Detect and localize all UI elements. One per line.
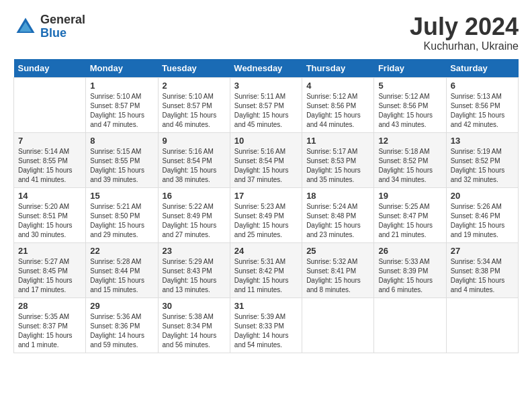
calendar-cell-w4-d3: 23Sunrise: 5:29 AMSunset: 8:43 PMDayligh… <box>158 242 230 298</box>
day-number: 24 <box>234 246 298 256</box>
day-info: Sunrise: 5:19 AMSunset: 8:52 PMDaylight:… <box>451 147 514 185</box>
day-info: Sunrise: 5:32 AMSunset: 8:41 PMDaylight:… <box>306 257 369 295</box>
day-info: Sunrise: 5:10 AMSunset: 8:57 PMDaylight:… <box>90 92 153 130</box>
day-number: 21 <box>18 246 81 256</box>
logo-blue: Blue <box>40 27 85 40</box>
header-thursday: Thursday <box>302 59 374 78</box>
day-info: Sunrise: 5:39 AMSunset: 8:33 PMDaylight:… <box>234 312 298 350</box>
day-info: Sunrise: 5:17 AMSunset: 8:53 PMDaylight:… <box>306 147 369 185</box>
day-number: 23 <box>163 246 226 256</box>
week-row-3: 14Sunrise: 5:20 AMSunset: 8:51 PMDayligh… <box>14 187 519 242</box>
day-info: Sunrise: 5:34 AMSunset: 8:38 PMDaylight:… <box>451 257 514 295</box>
calendar-cell-w2-d3: 9Sunrise: 5:16 AMSunset: 8:54 PMDaylight… <box>158 132 230 187</box>
day-info: Sunrise: 5:14 AMSunset: 8:55 PMDaylight:… <box>18 147 81 185</box>
day-number: 11 <box>306 136 369 146</box>
calendar-cell-w1-d5: 4Sunrise: 5:12 AMSunset: 8:56 PMDaylight… <box>302 77 374 132</box>
day-number: 10 <box>234 136 298 146</box>
header-friday: Friday <box>374 59 446 78</box>
day-number: 20 <box>451 191 514 201</box>
month-title: July 2024 <box>410 13 519 40</box>
calendar-cell-w2-d2: 8Sunrise: 5:15 AMSunset: 8:55 PMDaylight… <box>86 132 158 187</box>
day-info: Sunrise: 5:35 AMSunset: 8:37 PMDaylight:… <box>18 312 81 350</box>
day-info: Sunrise: 5:38 AMSunset: 8:34 PMDaylight:… <box>163 312 226 350</box>
day-number: 28 <box>18 301 81 311</box>
day-info: Sunrise: 5:23 AMSunset: 8:49 PMDaylight:… <box>234 202 298 240</box>
calendar-cell-w5-d5 <box>302 298 374 353</box>
day-number: 9 <box>163 136 226 146</box>
day-info: Sunrise: 5:13 AMSunset: 8:56 PMDaylight:… <box>451 92 514 130</box>
day-info: Sunrise: 5:29 AMSunset: 8:43 PMDaylight:… <box>163 257 226 295</box>
day-info: Sunrise: 5:10 AMSunset: 8:57 PMDaylight:… <box>163 92 226 130</box>
calendar-cell-w4-d1: 21Sunrise: 5:27 AMSunset: 8:45 PMDayligh… <box>14 242 86 298</box>
calendar-cell-w2-d1: 7Sunrise: 5:14 AMSunset: 8:55 PMDaylight… <box>14 132 86 187</box>
location: Kuchurhan, Ukraine <box>410 40 519 52</box>
day-info: Sunrise: 5:16 AMSunset: 8:54 PMDaylight:… <box>234 147 298 185</box>
calendar-cell-w2-d6: 12Sunrise: 5:18 AMSunset: 8:52 PMDayligh… <box>374 132 446 187</box>
day-number: 31 <box>234 301 298 311</box>
calendar-cell-w4-d4: 24Sunrise: 5:31 AMSunset: 8:42 PMDayligh… <box>230 242 302 298</box>
logo: General Blue <box>13 13 85 40</box>
calendar-cell-w4-d6: 26Sunrise: 5:33 AMSunset: 8:39 PMDayligh… <box>374 242 446 298</box>
day-info: Sunrise: 5:21 AMSunset: 8:50 PMDaylight:… <box>90 202 153 240</box>
day-info: Sunrise: 5:16 AMSunset: 8:54 PMDaylight:… <box>163 147 226 185</box>
calendar-header: Sunday Monday Tuesday Wednesday Thursday… <box>14 59 519 78</box>
calendar-cell-w4-d2: 22Sunrise: 5:28 AMSunset: 8:44 PMDayligh… <box>86 242 158 298</box>
calendar-cell-w1-d6: 5Sunrise: 5:12 AMSunset: 8:56 PMDaylight… <box>374 77 446 132</box>
day-number: 2 <box>163 81 226 91</box>
day-info: Sunrise: 5:27 AMSunset: 8:45 PMDaylight:… <box>18 257 81 295</box>
day-number: 8 <box>90 136 153 146</box>
day-number: 22 <box>90 246 153 256</box>
day-number: 13 <box>451 136 514 146</box>
page-container: General Blue July 2024 Kuchurhan, Ukrain… <box>13 13 519 353</box>
header-sunday: Sunday <box>14 59 86 78</box>
header-saturday: Saturday <box>446 59 518 78</box>
calendar-cell-w3-d5: 18Sunrise: 5:24 AMSunset: 8:48 PMDayligh… <box>302 187 374 242</box>
day-info: Sunrise: 5:33 AMSunset: 8:39 PMDaylight:… <box>378 257 441 295</box>
day-info: Sunrise: 5:36 AMSunset: 8:36 PMDaylight:… <box>90 312 153 350</box>
day-number: 3 <box>234 81 298 91</box>
day-number: 30 <box>163 301 226 311</box>
calendar-cell-w2-d4: 10Sunrise: 5:16 AMSunset: 8:54 PMDayligh… <box>230 132 302 187</box>
logo-text: General Blue <box>40 13 85 40</box>
calendar-cell-w3-d3: 16Sunrise: 5:22 AMSunset: 8:49 PMDayligh… <box>158 187 230 242</box>
calendar-cell-w5-d3: 30Sunrise: 5:38 AMSunset: 8:34 PMDayligh… <box>158 298 230 353</box>
day-number: 19 <box>378 191 441 201</box>
calendar-cell-w1-d7: 6Sunrise: 5:13 AMSunset: 8:56 PMDaylight… <box>446 77 518 132</box>
day-number: 5 <box>378 81 441 91</box>
day-info: Sunrise: 5:11 AMSunset: 8:57 PMDaylight:… <box>234 92 298 130</box>
day-number: 6 <box>451 81 514 91</box>
calendar-cell-w3-d6: 19Sunrise: 5:25 AMSunset: 8:47 PMDayligh… <box>374 187 446 242</box>
day-info: Sunrise: 5:20 AMSunset: 8:51 PMDaylight:… <box>18 202 81 240</box>
logo-icon <box>13 15 38 39</box>
day-number: 15 <box>90 191 153 201</box>
calendar-cell-w5-d2: 29Sunrise: 5:36 AMSunset: 8:36 PMDayligh… <box>86 298 158 353</box>
day-info: Sunrise: 5:31 AMSunset: 8:42 PMDaylight:… <box>234 257 298 295</box>
day-info: Sunrise: 5:28 AMSunset: 8:44 PMDaylight:… <box>90 257 153 295</box>
calendar-cell-w2-d5: 11Sunrise: 5:17 AMSunset: 8:53 PMDayligh… <box>302 132 374 187</box>
day-number: 14 <box>18 191 81 201</box>
calendar-cell-w4-d7: 27Sunrise: 5:34 AMSunset: 8:38 PMDayligh… <box>446 242 518 298</box>
calendar-cell-w3-d1: 14Sunrise: 5:20 AMSunset: 8:51 PMDayligh… <box>14 187 86 242</box>
calendar-cell-w5-d1: 28Sunrise: 5:35 AMSunset: 8:37 PMDayligh… <box>14 298 86 353</box>
week-row-4: 21Sunrise: 5:27 AMSunset: 8:45 PMDayligh… <box>14 242 519 298</box>
day-number: 17 <box>234 191 298 201</box>
day-number: 29 <box>90 301 153 311</box>
calendar-cell-w1-d2: 1Sunrise: 5:10 AMSunset: 8:57 PMDaylight… <box>86 77 158 132</box>
title-area: July 2024 Kuchurhan, Ukraine <box>410 13 519 52</box>
calendar-cell-w1-d1 <box>14 77 86 132</box>
day-number: 27 <box>451 246 514 256</box>
day-number: 18 <box>306 191 369 201</box>
day-info: Sunrise: 5:24 AMSunset: 8:48 PMDaylight:… <box>306 202 369 240</box>
header-monday: Monday <box>86 59 158 78</box>
calendar-cell-w3-d4: 17Sunrise: 5:23 AMSunset: 8:49 PMDayligh… <box>230 187 302 242</box>
day-number: 1 <box>90 81 153 91</box>
header-row: Sunday Monday Tuesday Wednesday Thursday… <box>14 59 519 78</box>
day-number: 25 <box>306 246 369 256</box>
calendar-cell-w3-d2: 15Sunrise: 5:21 AMSunset: 8:50 PMDayligh… <box>86 187 158 242</box>
day-info: Sunrise: 5:25 AMSunset: 8:47 PMDaylight:… <box>378 202 441 240</box>
week-row-2: 7Sunrise: 5:14 AMSunset: 8:55 PMDaylight… <box>14 132 519 187</box>
week-row-5: 28Sunrise: 5:35 AMSunset: 8:37 PMDayligh… <box>14 298 519 353</box>
day-info: Sunrise: 5:18 AMSunset: 8:52 PMDaylight:… <box>378 147 441 185</box>
calendar-cell-w1-d4: 3Sunrise: 5:11 AMSunset: 8:57 PMDaylight… <box>230 77 302 132</box>
day-number: 16 <box>163 191 226 201</box>
